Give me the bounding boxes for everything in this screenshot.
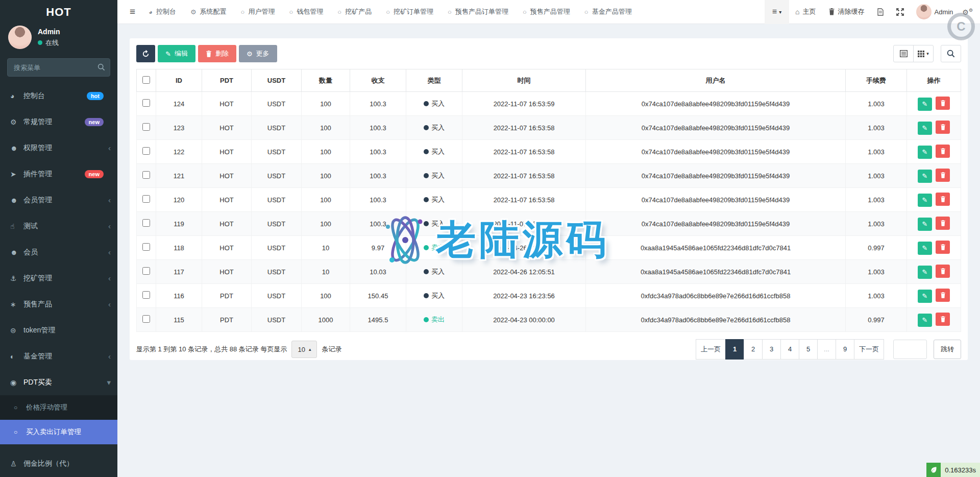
page-button[interactable]: 4 (780, 339, 799, 360)
refresh-button[interactable] (136, 45, 155, 62)
sidebar-menu-item[interactable]: ☻ 权限管理 ‹ (0, 135, 117, 161)
sidebar-menu-item[interactable]: ⚙ 常规管理 new (0, 109, 117, 135)
log-button[interactable] (871, 0, 890, 24)
hamburger-icon[interactable]: ≡ (124, 6, 141, 17)
column-header[interactable]: 手续费 (846, 69, 907, 92)
sidebar-menu-item[interactable]: ∗ 预售产品 ‹ (0, 291, 117, 317)
row-edit-button[interactable]: ✎ (918, 122, 932, 135)
fullscreen-button[interactable] (890, 0, 910, 24)
column-header[interactable]: ID (156, 69, 202, 92)
column-header[interactable]: 收支 (350, 69, 406, 92)
sidebar-menu-item[interactable]: ◕ 控制台 hot (0, 83, 117, 109)
sidebar-submenu-item[interactable]: ○ 价格浮动管理 (0, 395, 117, 420)
row-delete-button[interactable] (936, 169, 950, 182)
page-button[interactable]: ... (817, 339, 836, 360)
table-row[interactable]: 115 PDT USDT 1000 1495.5 卖出 2022-04-23 0… (137, 308, 961, 332)
row-edit-button[interactable]: ✎ (918, 194, 932, 207)
jump-page-input[interactable] (893, 340, 927, 359)
column-header[interactable]: USDT (252, 69, 302, 92)
sidebar-menu-item[interactable]: ⚓ 挖矿管理 ‹ (0, 265, 117, 291)
home-button[interactable]: ⌂ 主页 (789, 0, 822, 24)
table-row[interactable]: 124 HOT USDT 100 100.3 买入 2022-11-07 16:… (137, 92, 961, 116)
row-checkbox[interactable] (142, 243, 150, 251)
row-edit-button[interactable]: ✎ (918, 242, 932, 255)
sidebar-submenu-item[interactable]: ○ 买入卖出订单管理 (0, 420, 117, 444)
row-checkbox[interactable] (142, 219, 150, 227)
navbar-tab[interactable]: ○ 用户管理 (234, 0, 282, 24)
columns-view-button[interactable]: ▾ (913, 45, 934, 62)
row-delete-button[interactable] (936, 265, 950, 278)
row-delete-button[interactable] (936, 241, 950, 254)
navbar-tab[interactable]: ○ 预售产品订单管理 (440, 0, 516, 24)
row-checkbox[interactable] (142, 315, 150, 323)
page-button[interactable]: 1 (725, 339, 744, 360)
navbar-tab[interactable]: ○ 基金产品管理 (577, 0, 639, 24)
table-row[interactable]: 122 HOT USDT 100 100.3 买入 2022-11-07 16:… (137, 140, 961, 164)
sidebar-menu-item[interactable]: ◐ 基金管理 ‹ (0, 343, 117, 369)
row-edit-button[interactable]: ✎ (918, 98, 932, 111)
table-row[interactable]: 118 HOT USDT 10 9.97 卖出 2022-04-26 12:05… (137, 236, 961, 260)
column-header[interactable]: 数量 (302, 69, 350, 92)
column-header[interactable]: 时间 (462, 69, 586, 92)
clear-cache-button[interactable]: 清除缓存 (822, 0, 871, 24)
settings-icon[interactable]: ⚙⚙ (959, 8, 980, 16)
page-button[interactable]: 9 (836, 339, 854, 360)
row-edit-button[interactable]: ✎ (918, 314, 932, 327)
row-checkbox[interactable] (142, 291, 150, 299)
table-row[interactable]: 117 HOT USDT 10 10.03 买入 2022-04-26 12:0… (137, 260, 961, 284)
table-row[interactable]: 119 HOT USDT 100 100.3 买入 2022-11-07 16:… (137, 212, 961, 236)
table-row[interactable]: 121 HOT USDT 100 100.3 买入 2022-11-07 16:… (137, 164, 961, 188)
page-button[interactable]: 2 (744, 339, 763, 360)
row-delete-button[interactable] (936, 97, 950, 110)
row-checkbox[interactable] (142, 147, 150, 155)
navbar-tab[interactable]: ○ 挖矿订单管理 (379, 0, 440, 24)
jump-button[interactable]: 跳转 (934, 340, 961, 359)
navbar-tab[interactable]: ⚙ 系统配置 (183, 0, 234, 24)
column-header[interactable]: PDT (202, 69, 252, 92)
column-header[interactable]: 类型 (406, 69, 462, 92)
list-view-button[interactable] (893, 45, 914, 62)
sidebar-menu-item[interactable]: ☻ 会员 ‹ (0, 239, 117, 265)
navbar-tab[interactable]: ○ 预售产品管理 (516, 0, 577, 24)
sidebar-menu-item[interactable]: ♙ 佣金比例（代） (0, 450, 117, 477)
sidebar-menu-item[interactable]: ⊜ token管理 (0, 317, 117, 343)
row-edit-button[interactable]: ✎ (918, 266, 932, 279)
sidebar-menu-item[interactable]: ☝ 测试 ‹ (0, 213, 117, 239)
row-edit-button[interactable]: ✎ (918, 290, 932, 303)
column-header[interactable]: 操作 (907, 69, 961, 92)
menu-search-input[interactable] (7, 58, 110, 77)
row-checkbox[interactable] (142, 171, 150, 179)
sidebar-menu-item[interactable]: ➤ 插件管理 new (0, 161, 117, 187)
table-row[interactable]: 120 HOT USDT 100 100.3 买入 2022-11-07 16:… (137, 188, 961, 212)
row-delete-button[interactable] (936, 193, 950, 206)
table-row[interactable]: 116 PDT USDT 100 150.45 买入 2022-04-23 16… (137, 284, 961, 308)
navbar-tab[interactable]: ○ 钱包管理 (282, 0, 330, 24)
navbar-tab[interactable]: ◕ 控制台 (141, 0, 183, 24)
row-delete-button[interactable] (936, 145, 950, 158)
page-size-select[interactable]: 10 ▴ (291, 341, 317, 358)
row-edit-button[interactable]: ✎ (918, 146, 932, 159)
edit-button[interactable]: ✎ 编辑 (158, 45, 195, 62)
row-checkbox[interactable] (142, 195, 150, 203)
page-button[interactable]: 下一页 (854, 339, 884, 360)
sidebar-menu-item[interactable]: ☻ 会员管理 ‹ (0, 187, 117, 213)
avatar[interactable] (8, 26, 32, 49)
column-header[interactable]: 用户名 (586, 69, 846, 92)
select-all-checkbox[interactable] (142, 76, 150, 84)
row-edit-button[interactable]: ✎ (918, 218, 932, 231)
more-button[interactable]: ⚙ 更多 (239, 45, 277, 62)
delete-button[interactable]: 删除 (198, 45, 236, 62)
row-checkbox[interactable] (142, 267, 150, 275)
row-checkbox[interactable] (142, 99, 150, 107)
row-delete-button[interactable] (936, 289, 950, 302)
row-delete-button[interactable] (936, 217, 950, 230)
sidebar-menu-item[interactable]: ◉ PDT买卖 ▾ (0, 369, 117, 395)
page-button[interactable]: 5 (799, 339, 818, 360)
page-button[interactable]: 3 (762, 339, 781, 360)
row-edit-button[interactable]: ✎ (918, 170, 932, 183)
row-checkbox[interactable] (142, 123, 150, 131)
row-delete-button[interactable] (936, 313, 950, 326)
search-toggle-button[interactable] (941, 45, 961, 62)
profile-button[interactable]: Admin (910, 0, 960, 24)
page-button[interactable]: 上一页 (696, 339, 726, 360)
